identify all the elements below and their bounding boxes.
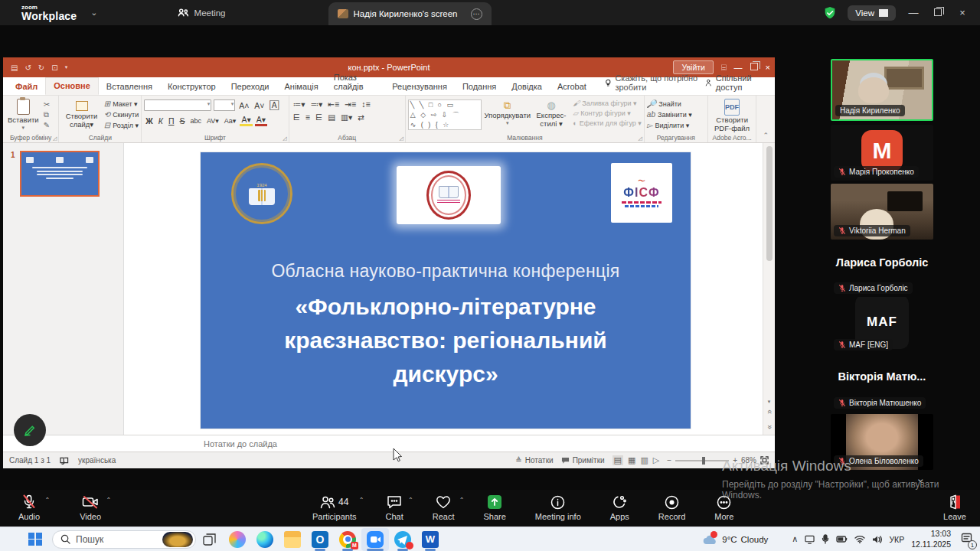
zoom-app-button[interactable] (361, 528, 389, 551)
tab-slideshow[interactable]: Показ слайдів (326, 70, 384, 95)
tab-acrobat[interactable]: Acrobat (550, 79, 594, 95)
numbering-icon[interactable]: ≕▾ (309, 99, 324, 109)
chat-button[interactable]: ⌃ Chat (385, 494, 403, 521)
security-shield-icon[interactable] (823, 6, 837, 20)
columns-icon[interactable]: ▥▾ (339, 112, 354, 122)
arrange-button[interactable]: ⧉ Упорядкувати ▾ (484, 99, 531, 127)
fit-to-window-icon[interactable] (760, 456, 769, 465)
view-button[interactable]: View (848, 5, 896, 21)
increase-indent-icon[interactable]: ⇥≡ (343, 99, 358, 109)
tell-me-box[interactable]: Скажіть, що потрібно зробити (605, 73, 705, 95)
font-size-input[interactable] (214, 99, 235, 111)
line-spacing-icon[interactable]: ↕≡ (360, 99, 371, 109)
spellcheck-icon[interactable] (60, 456, 69, 465)
tab-insert[interactable]: Вставлення (99, 79, 160, 95)
chat-options-chevron-icon[interactable]: ⌃ (408, 497, 413, 504)
align-left-icon[interactable]: ⋿ (292, 112, 302, 122)
view-sorter-icon[interactable]: ▦ (628, 455, 635, 465)
zoom-percent[interactable]: 68% (741, 456, 756, 465)
bullets-icon[interactable]: ≔▾ (292, 99, 307, 109)
file-explorer-button[interactable] (279, 528, 306, 551)
outlook-button[interactable]: O (306, 528, 334, 551)
shape-effects-button[interactable]: ◐Ефекти для фігур ▾ (573, 119, 642, 128)
notes-pane[interactable]: Нотатки до слайда (3, 435, 775, 452)
slideshow-icon[interactable]: ⊡ (51, 64, 57, 72)
ribbon-display-icon[interactable]: ⌸ (721, 63, 727, 73)
more-participants-chevron-icon[interactable]: ⌄ (916, 471, 926, 485)
participant-tile[interactable]: Надія Кириленко (831, 59, 933, 121)
font-name-input[interactable] (144, 99, 211, 111)
scrollbar-thumb[interactable] (766, 146, 773, 261)
participant-tile[interactable]: Вікторія Матю... Вікторія Матюшенко (831, 356, 933, 412)
underline-button[interactable]: П (167, 116, 176, 126)
audio-button[interactable]: ⌃ Audio (18, 494, 40, 521)
close-button[interactable]: × (956, 7, 969, 18)
tab-home[interactable]: Основне (45, 77, 99, 95)
share-access-button[interactable]: Спільний доступ (705, 73, 775, 95)
annotate-button[interactable] (14, 414, 46, 446)
tab-meeting[interactable]: Meeting (167, 0, 237, 25)
task-view-button[interactable] (196, 528, 224, 551)
new-slide-button[interactable]: Створити слайд▾ (61, 100, 101, 130)
dialog-launcher-icon[interactable]: ◿ (638, 135, 642, 142)
collapse-ribbon-icon[interactable]: ⌃ (756, 129, 775, 142)
record-button[interactable]: Record (658, 494, 685, 521)
grow-font-icon[interactable]: A˄ (237, 101, 250, 110)
video-button[interactable]: ⌃ Video (80, 494, 101, 521)
zoom-in-icon[interactable]: + (733, 456, 737, 465)
view-slideshow-icon[interactable]: ▷ (653, 455, 659, 465)
find-button[interactable]: 🔎Знайти (647, 99, 705, 109)
share-button[interactable]: Share (483, 494, 505, 521)
notes-toggle[interactable]: ≜ Нотатки (515, 456, 553, 465)
create-pdf-button[interactable]: PDF Створити PDF-файл (710, 98, 754, 134)
view-reading-icon[interactable]: ▥ (640, 455, 648, 465)
leave-button[interactable]: Leave (943, 494, 966, 521)
tray-expand-chevron-icon[interactable]: ∧ (792, 534, 798, 544)
apps-button[interactable]: Apps (610, 494, 629, 521)
slide-thumbnail-pane[interactable]: 1 (3, 143, 124, 435)
search-highlight-image[interactable] (162, 532, 193, 547)
shape-fill-button[interactable]: 🖌Заливка фігури ▾ (573, 99, 642, 108)
char-spacing-button[interactable]: AV▾ (205, 117, 220, 125)
font-color-button[interactable]: A▾ (255, 115, 267, 126)
ppt-restore-button[interactable] (750, 63, 758, 72)
customize-qat-icon[interactable]: ▾ (65, 64, 68, 70)
highlight-button[interactable]: A▾ (240, 115, 252, 126)
comments-toggle[interactable]: Примітки (561, 456, 605, 465)
notification-center-button[interactable]: 1 (961, 533, 972, 546)
dialog-launcher-icon[interactable]: ◿ (53, 135, 57, 142)
dialog-launcher-icon[interactable]: ◿ (399, 135, 403, 142)
copy-icon[interactable]: ⧉ (44, 110, 50, 119)
zoom-track[interactable] (675, 460, 729, 461)
tab-transitions[interactable]: Переходи (224, 79, 277, 95)
change-case-button[interactable]: Aa▾ (223, 117, 238, 125)
redo-icon[interactable]: ↻ (38, 64, 44, 72)
italic-button[interactable]: К (157, 116, 165, 126)
tab-shared-screen[interactable]: Надія Кириленко's screen ⋯ (328, 2, 492, 25)
taskbar-clock[interactable]: 13:03 12.11.2025 (911, 529, 951, 549)
tab-animations[interactable]: Анімація (277, 79, 326, 95)
section-button[interactable]: ⊟Розділ ▾ (104, 121, 139, 130)
participant-tile[interactable]: Лариса Горболіс Лариса Горболіс (831, 243, 933, 297)
save-icon[interactable]: ▤ (11, 64, 18, 72)
justify-icon[interactable]: ▤ (326, 112, 337, 122)
ppt-minimize-button[interactable]: — (734, 63, 743, 72)
participant-tile[interactable]: M Марія Прокопенко (831, 125, 933, 181)
edge-button[interactable] (251, 528, 279, 551)
participant-tile[interactable]: Олена Біловоленко (831, 414, 933, 470)
chevron-down-icon[interactable]: ⌄ (90, 8, 97, 18)
smartart-icon[interactable]: ⇄ (356, 112, 366, 122)
telegram-button[interactable] (389, 528, 416, 551)
signin-button[interactable]: Увійти (673, 60, 714, 74)
tab-help[interactable]: Довідка (504, 79, 550, 95)
weather-widget[interactable]: 9°C Cloudy (703, 534, 768, 545)
volume-icon[interactable] (872, 535, 882, 544)
zoom-control[interactable]: − + 68% (667, 456, 769, 465)
clear-format-icon[interactable]: 🄰 (269, 100, 281, 110)
reset-button[interactable]: ⟲Скинути (104, 110, 139, 119)
language-indicator[interactable]: українська (78, 456, 116, 465)
battery-icon[interactable] (836, 536, 848, 543)
wifi-icon[interactable] (854, 535, 865, 543)
word-button[interactable]: W (416, 528, 444, 551)
language-switcher[interactable]: УКР (889, 535, 904, 544)
